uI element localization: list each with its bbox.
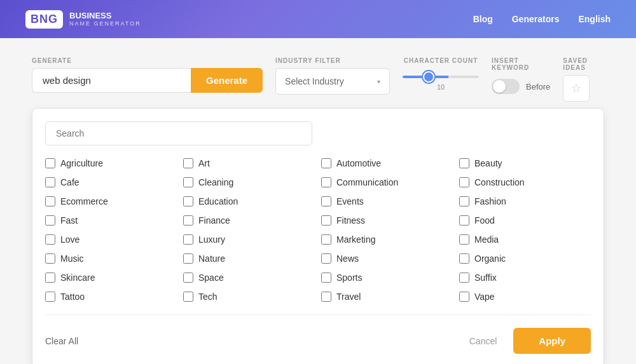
industry-checkbox[interactable] bbox=[45, 177, 55, 187]
industry-checkbox[interactable] bbox=[183, 196, 193, 206]
industry-checkbox[interactable] bbox=[459, 234, 469, 245]
industry-checkbox[interactable] bbox=[45, 196, 55, 206]
footer-actions: Clear All Cancel Apply bbox=[45, 328, 591, 354]
checkbox-item[interactable]: Fashion bbox=[459, 196, 591, 206]
generate-button[interactable]: Generate bbox=[191, 68, 263, 93]
industry-checkbox[interactable] bbox=[321, 234, 331, 245]
industry-checkbox[interactable] bbox=[321, 158, 331, 168]
industry-checkbox[interactable] bbox=[45, 292, 55, 302]
industry-checkbox[interactable] bbox=[45, 273, 55, 283]
clear-all-button[interactable]: Clear All bbox=[45, 336, 78, 346]
checkbox-item[interactable]: Finance bbox=[183, 215, 315, 226]
industry-filter-group: INDUSTRY FILTER Select Industry ▾ bbox=[275, 57, 390, 95]
industry-checkbox[interactable] bbox=[321, 253, 331, 264]
industry-checkbox[interactable] bbox=[459, 292, 469, 302]
checkbox-item[interactable]: Beauty bbox=[459, 158, 591, 168]
industry-checkbox[interactable] bbox=[459, 158, 469, 168]
industry-checkbox[interactable] bbox=[45, 253, 55, 264]
industry-checkbox[interactable] bbox=[183, 215, 193, 226]
checkbox-item[interactable]: Fitness bbox=[321, 215, 453, 226]
checkbox-item[interactable]: Art bbox=[183, 158, 315, 168]
industry-select[interactable]: Select Industry ▾ bbox=[275, 68, 390, 95]
industry-label: Luxury bbox=[198, 234, 225, 245]
industry-label: Travel bbox=[336, 292, 361, 302]
checkbox-item[interactable]: Sports bbox=[321, 273, 453, 283]
logo-subtitle: NAME GENERATOR bbox=[69, 21, 141, 27]
star-icon: ☆ bbox=[571, 81, 581, 95]
checkbox-item[interactable]: Nature bbox=[183, 253, 315, 264]
checkbox-item[interactable]: Tech bbox=[183, 292, 315, 302]
nav-blog[interactable]: Blog bbox=[473, 14, 493, 24]
checkbox-item[interactable]: Travel bbox=[321, 292, 453, 302]
industry-checkbox[interactable] bbox=[321, 292, 331, 302]
checkbox-item[interactable]: Marketing bbox=[321, 234, 453, 245]
checkbox-item[interactable]: Space bbox=[183, 273, 315, 283]
industry-checkbox[interactable] bbox=[183, 273, 193, 283]
divider bbox=[45, 314, 591, 315]
industry-checkbox[interactable] bbox=[321, 196, 331, 206]
industry-checkbox[interactable] bbox=[459, 273, 469, 283]
cancel-button[interactable]: Cancel bbox=[459, 330, 508, 353]
industry-checkbox[interactable] bbox=[459, 196, 469, 206]
checkbox-item[interactable]: Fast bbox=[45, 215, 177, 226]
checkbox-item[interactable]: Cafe bbox=[45, 177, 177, 187]
checkbox-item[interactable]: Love bbox=[45, 234, 177, 245]
char-count-label: CHARACTER COUNT bbox=[404, 57, 478, 64]
industry-checkbox[interactable] bbox=[321, 273, 331, 283]
checkbox-item[interactable]: Cleaning bbox=[183, 177, 315, 187]
checkbox-item[interactable]: Music bbox=[45, 253, 177, 264]
checkbox-item[interactable]: Education bbox=[183, 196, 315, 206]
industry-label: Automotive bbox=[336, 158, 381, 168]
apply-button[interactable]: Apply bbox=[513, 328, 591, 354]
chevron-down-icon: ▾ bbox=[377, 78, 380, 85]
industry-checkbox[interactable] bbox=[321, 215, 331, 226]
checkbox-item[interactable]: Media bbox=[459, 234, 591, 245]
generate-input[interactable] bbox=[32, 68, 191, 93]
industry-checkbox[interactable] bbox=[321, 177, 331, 187]
industry-search-input[interactable] bbox=[45, 121, 312, 145]
industry-checkbox[interactable] bbox=[183, 177, 193, 187]
industry-checkbox[interactable] bbox=[183, 253, 193, 264]
nav-generators[interactable]: Generators bbox=[512, 14, 560, 24]
char-count-slider[interactable] bbox=[403, 76, 479, 78]
logo[interactable]: BNG BUSINESS NAME GENERATOR bbox=[25, 10, 141, 29]
industry-label: Media bbox=[474, 234, 499, 245]
insert-keyword-toggle[interactable] bbox=[492, 79, 520, 94]
industry-checkbox[interactable] bbox=[45, 158, 55, 168]
industry-label: Cleaning bbox=[198, 177, 233, 187]
saved-ideas-button[interactable]: ☆ bbox=[563, 75, 590, 102]
industry-checkbox[interactable] bbox=[459, 253, 469, 264]
checkbox-item[interactable]: Vape bbox=[459, 292, 591, 302]
industry-label: INDUSTRY FILTER bbox=[275, 57, 390, 64]
checkbox-item[interactable]: Construction bbox=[459, 177, 591, 187]
industry-checkbox[interactable] bbox=[45, 234, 55, 245]
checkbox-item[interactable]: Suffix bbox=[459, 273, 591, 283]
insert-keyword-before: Before bbox=[526, 82, 550, 91]
checkbox-item[interactable]: Tattoo bbox=[45, 292, 177, 302]
industry-label: Sports bbox=[336, 273, 362, 283]
industry-checkbox[interactable] bbox=[45, 215, 55, 226]
industry-label: Vape bbox=[474, 292, 495, 302]
industry-checkbox[interactable] bbox=[459, 177, 469, 187]
checkbox-item[interactable]: News bbox=[321, 253, 453, 264]
industry-checkbox[interactable] bbox=[183, 234, 193, 245]
industry-checkbox[interactable] bbox=[183, 292, 193, 302]
nav-language[interactable]: English bbox=[578, 14, 611, 24]
checkbox-item[interactable]: Skincare bbox=[45, 273, 177, 283]
checkbox-item[interactable]: Organic bbox=[459, 253, 591, 264]
industry-label: Beauty bbox=[474, 158, 502, 168]
checkbox-item[interactable]: Ecommerce bbox=[45, 196, 177, 206]
industry-label: Fashion bbox=[474, 196, 506, 206]
industry-checkbox[interactable] bbox=[183, 158, 193, 168]
checkbox-item[interactable]: Agriculture bbox=[45, 158, 177, 168]
industry-checkbox[interactable] bbox=[459, 215, 469, 226]
logo-text: BUSINESS NAME GENERATOR bbox=[69, 11, 141, 27]
header: BNG BUSINESS NAME GENERATOR Blog Generat… bbox=[0, 0, 636, 38]
industry-label: Cafe bbox=[60, 177, 80, 187]
checkbox-item[interactable]: Communication bbox=[321, 177, 453, 187]
checkbox-item[interactable]: Events bbox=[321, 196, 453, 206]
checkbox-item[interactable]: Luxury bbox=[183, 234, 315, 245]
checkbox-item[interactable]: Food bbox=[459, 215, 591, 226]
saved-ideas-label: SAVED IDEAS bbox=[563, 57, 604, 71]
checkbox-item[interactable]: Automotive bbox=[321, 158, 453, 168]
